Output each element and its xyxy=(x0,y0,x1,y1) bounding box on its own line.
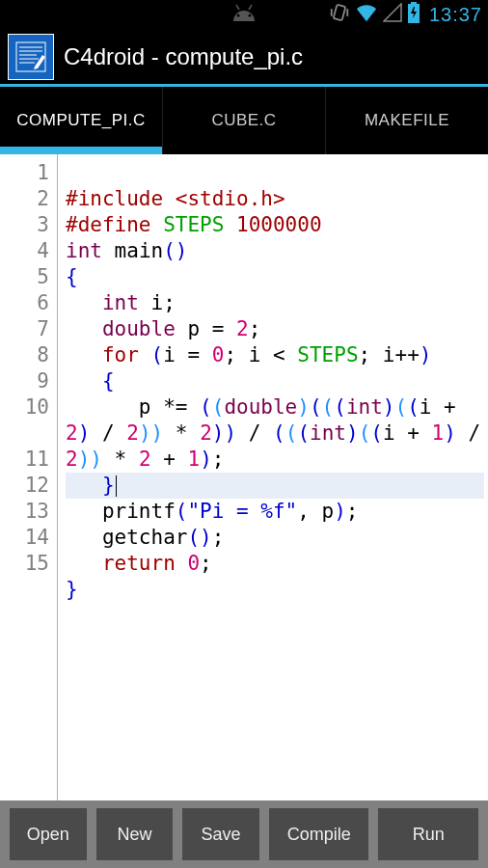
svg-rect-6 xyxy=(411,2,417,5)
bottom-toolbar: Open New Save Compile Run xyxy=(0,800,488,868)
cell-signal-icon xyxy=(383,3,402,27)
open-button[interactable]: Open xyxy=(10,808,87,860)
app-icon xyxy=(8,34,54,80)
app-title: C4droid - compute_pi.c xyxy=(64,43,303,70)
tab-cube[interactable]: CUBE.C xyxy=(163,87,326,154)
compile-button[interactable]: Compile xyxy=(269,808,369,860)
tab-makefile[interactable]: MAKEFILE xyxy=(326,87,488,154)
svg-rect-4 xyxy=(334,4,346,20)
svg-point-0 xyxy=(237,14,240,17)
vibrate-icon xyxy=(329,2,350,28)
file-tabs: COMPUTE_PI.C CUBE.C MAKEFILE xyxy=(0,87,488,154)
svg-line-3 xyxy=(249,5,252,10)
android-status-bar: 13:37 xyxy=(0,0,488,29)
svg-line-2 xyxy=(236,5,239,10)
save-button[interactable]: Save xyxy=(182,808,259,860)
svg-point-1 xyxy=(249,14,252,17)
code-editor[interactable]: 123456789101112131415 #include <stdio.h>… xyxy=(0,154,488,800)
android-logo-icon xyxy=(228,2,260,26)
line-number-gutter: 123456789101112131415 xyxy=(0,154,58,800)
status-clock: 13:37 xyxy=(429,4,482,26)
wifi-icon xyxy=(356,3,377,27)
new-button[interactable]: New xyxy=(96,808,174,860)
app-title-bar: C4droid - compute_pi.c xyxy=(0,29,488,87)
battery-icon xyxy=(408,2,420,28)
run-button[interactable]: Run xyxy=(378,808,478,860)
code-area[interactable]: #include <stdio.h>#define STEPS 1000000i… xyxy=(58,154,488,800)
tab-compute-pi[interactable]: COMPUTE_PI.C xyxy=(0,87,163,154)
